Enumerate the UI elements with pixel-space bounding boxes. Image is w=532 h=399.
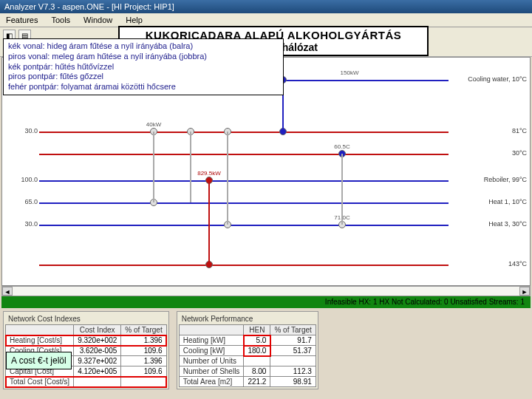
match-line (227, 132, 228, 225)
duty-label: 150kW (341, 69, 359, 76)
duty-label: 40kW (146, 121, 161, 128)
cell: 109.6 (121, 366, 166, 377)
status-text: Infeasible HX: 1 HX Not Calculated: 0 Un… (325, 296, 525, 308)
stream-condenser[interactable] (39, 132, 449, 133)
panel-network-performance: Network Performance HEN% of Target Heati… (177, 311, 318, 389)
legend-box: kék vonal: hideg áram fűtése a nyíl irán… (3, 38, 284, 95)
cell: 8.00 (244, 366, 270, 377)
menu-window[interactable]: Window (81, 15, 115, 25)
cell: 9.327e+002 (74, 356, 121, 366)
stream-label: 81°C (512, 127, 527, 134)
panel-cost-indexes: Network Cost Indexes Cost Index% of Targ… (3, 311, 169, 389)
duty-label: 60.5C (334, 143, 349, 150)
legend-line-4: piros pontpár: fűtés gőzzel (8, 72, 279, 82)
stream-heat1[interactable] (39, 202, 449, 204)
panel-title: Network Cost Indexes (5, 313, 167, 324)
row-label: Heating [Cost/s] (6, 335, 74, 346)
row-label: Number of Shells (179, 366, 244, 377)
col-header: HEN (244, 325, 270, 335)
cell: 91.7 (270, 335, 316, 346)
duty-label: 829.5kW (197, 170, 221, 177)
match-line (190, 132, 191, 202)
perf-table: HEN% of Target Heating [kW]5.091.7 Cooli… (179, 324, 316, 387)
cell: 221.2 (244, 377, 270, 387)
temp-label: 65.0 (5, 198, 38, 205)
scroll-right-icon[interactable]: ► (519, 287, 530, 296)
cell (121, 377, 166, 387)
cell: 4.120e+005 (74, 366, 121, 377)
status-bar: Infeasible HX: 1 HX Not Calculated: 0 Un… (1, 296, 531, 308)
menu-tools[interactable]: Tools (48, 15, 73, 25)
cell: 98.91 (270, 377, 316, 387)
stream-label: 30°C (512, 149, 527, 157)
row-label: Heating [kW] (179, 335, 244, 346)
legend-line-3: kék pontpár: hűtés hűtővízzel (8, 62, 279, 72)
stream-steam[interactable] (39, 265, 449, 266)
stream-reboiler[interactable] (39, 180, 449, 182)
window-title: Analyzer V7.3 - aspen.ONE - [HI Project:… (4, 2, 174, 11)
cell: 180.0 (244, 346, 270, 356)
stream-label: Heat 1, 10°C (488, 198, 527, 205)
menu-help[interactable]: Help (123, 15, 146, 25)
cell: 1.396 (121, 335, 166, 346)
scroll-left-icon[interactable]: ◄ (2, 287, 13, 296)
annotation-note: A cost €-t jelöl (6, 352, 72, 369)
menu-features[interactable]: Features (3, 15, 41, 25)
cell: 112.3 (270, 366, 316, 377)
row-label: Cooling [kW] (179, 346, 244, 356)
stream-heat3[interactable] (39, 225, 449, 226)
match-line (153, 132, 154, 202)
panel-title: Network Performance (179, 313, 316, 324)
cell (244, 356, 270, 366)
cell: 51.37 (270, 346, 316, 356)
row-label: Number of Units (179, 356, 244, 366)
row-label: Total Cost [Cost/s] (6, 377, 74, 387)
stream-label: Cooling water, 10°C (468, 75, 527, 83)
cell: 5.0 (244, 335, 270, 346)
col-header: % of Target (270, 325, 316, 335)
cell: 109.6 (121, 346, 166, 356)
legend-line-5: fehér pontpár: folyamat áramai közötti h… (8, 82, 279, 92)
match-line (341, 154, 343, 225)
stream-label: 143°C (508, 260, 527, 267)
row-label: Total Area [m2] (179, 377, 244, 387)
stream-label: Heat 3, 30°C (488, 220, 527, 228)
cell: 1.396 (121, 356, 166, 366)
temp-label: 30.0 (5, 127, 38, 134)
bottom-panels: Network Cost Indexes Cost Index% of Targ… (0, 308, 532, 391)
temp-label: 30.0 (5, 220, 38, 228)
cell: 3.620e-005 (74, 346, 121, 356)
col-header: Cost Index (74, 325, 121, 335)
scroll-track[interactable] (13, 287, 519, 296)
cell: 9.320e+002 (74, 335, 121, 346)
legend-line-1: kék vonal: hideg áram fűtése a nyíl irán… (8, 41, 279, 52)
stream-label: Reboiler, 99°C (484, 176, 527, 183)
cell (74, 377, 121, 387)
match-line (208, 180, 210, 265)
legend-line-2: piros vonal: meleg áram hűtése a nyíl ir… (8, 52, 279, 62)
window-title-bar: Analyzer V7.3 - aspen.ONE - [HI Project:… (0, 0, 532, 13)
cell (270, 356, 316, 366)
horizontal-scrollbar[interactable]: ◄ ► (1, 286, 531, 296)
stream-hot-2[interactable] (39, 154, 449, 155)
col-header: % of Target (121, 325, 166, 335)
temp-label: 100.0 (5, 176, 38, 183)
